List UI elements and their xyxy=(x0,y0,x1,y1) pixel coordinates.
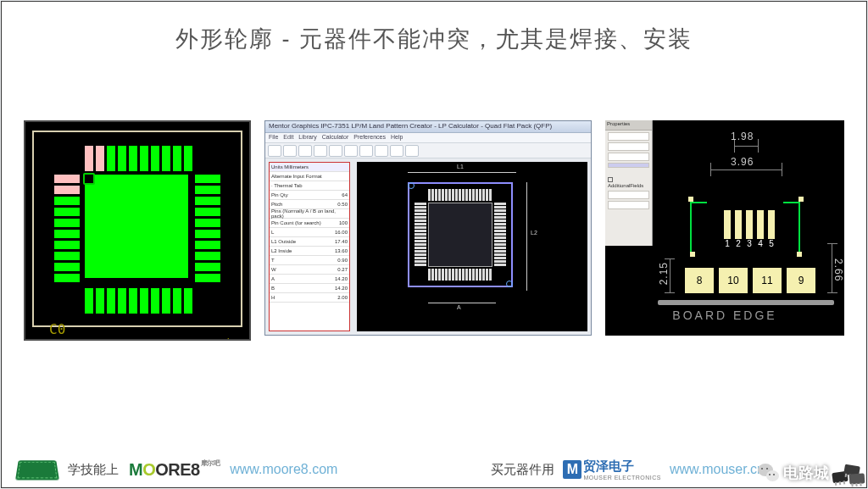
prop-link[interactable] xyxy=(608,163,649,168)
param-row: Pin Count (for search)100 xyxy=(270,219,349,228)
image-row: C0 1 Mentor Graphics IPC-7351 LP/M Land … xyxy=(24,120,844,341)
param-row: A14.20 xyxy=(270,275,349,284)
pins-right xyxy=(195,175,220,282)
toolbar-button[interactable] xyxy=(375,145,388,157)
small-pad xyxy=(690,252,695,257)
menu-item[interactable]: Calculator xyxy=(322,134,349,142)
pad-num: 1 xyxy=(724,239,731,248)
pcb-icon xyxy=(15,460,59,480)
window-toolbar xyxy=(265,143,591,158)
toolbar-button[interactable] xyxy=(359,145,373,157)
menu-item[interactable]: Help xyxy=(391,134,403,142)
window-menubar: File Edit Library Calculator Preferences… xyxy=(265,133,591,143)
small-pad xyxy=(797,252,802,257)
toolbar-button[interactable] xyxy=(390,145,403,157)
toolbar-button[interactable] xyxy=(344,145,358,157)
properties-panel: Properties AdditionalFields xyxy=(605,120,653,246)
slide-footer: 学技能上 MOORE8摩尔吧 www.moore8.com 买元器件用 M 贸泽… xyxy=(2,452,866,487)
parameter-panel: Units Millimeters Alternate Input Format… xyxy=(269,162,350,331)
small-pad xyxy=(798,197,804,202)
mouser-m-icon: M xyxy=(563,460,581,479)
param-units: Units Millimeters xyxy=(270,163,349,172)
pad-small xyxy=(735,210,742,239)
dim-198: 1.98 xyxy=(731,131,754,142)
pad-big: 10 xyxy=(719,268,748,293)
dim-215: 2.15 xyxy=(658,262,670,285)
mouser-logo: M 贸泽电子 MOUSER ELECTRONICS xyxy=(563,458,660,481)
preview-canvas: L1 L2 A xyxy=(357,162,587,331)
dim-a: A xyxy=(457,304,461,310)
footer-left-label: 学技能上 xyxy=(68,462,119,478)
origin-marker xyxy=(408,182,415,189)
dim-l1: L1 xyxy=(457,164,464,169)
param-row: W0.27 xyxy=(270,265,349,275)
pad-small xyxy=(724,210,731,239)
connector-board-edge: Properties AdditionalFields 1.98 3.96 xyxy=(605,120,844,336)
toolbar-button[interactable] xyxy=(298,145,312,157)
moore8-logo: MOORE8摩尔吧 xyxy=(129,460,220,480)
pad-big: 9 xyxy=(787,268,815,293)
ref-c0: C0 xyxy=(49,321,65,337)
footprint-qfp-green: C0 1 xyxy=(24,120,251,341)
qfp-body xyxy=(428,203,492,267)
dim-266: 2.66 xyxy=(832,258,844,281)
pad-num: 3 xyxy=(746,239,753,248)
toolbar-button[interactable] xyxy=(283,145,297,157)
prop-field[interactable] xyxy=(608,153,649,161)
param-row: L1 Outside17.40 xyxy=(270,237,349,247)
prop-field[interactable] xyxy=(608,132,649,141)
pad-num: 2 xyxy=(735,239,742,248)
toolbar-button[interactable] xyxy=(405,145,419,157)
prop-field[interactable] xyxy=(608,191,649,199)
menu-item[interactable]: Edit xyxy=(283,134,293,142)
menu-item[interactable]: File xyxy=(269,134,278,142)
pad-num: 5 xyxy=(768,239,775,248)
param-row: H2.00 xyxy=(270,293,349,303)
menu-item[interactable]: Library xyxy=(298,134,316,142)
board-edge-bar xyxy=(658,300,834,305)
chip-core xyxy=(85,175,188,278)
pad-small xyxy=(746,210,753,239)
window-titlebar: Mentor Graphics IPC-7351 LP/M Land Patte… xyxy=(265,121,591,133)
origin-marker xyxy=(506,281,513,287)
prop-field[interactable] xyxy=(608,142,649,151)
param-row: Pins (Normally A / B on land, pack) xyxy=(270,209,349,219)
trace-left xyxy=(690,202,707,256)
param-row: T0.90 xyxy=(270,256,349,265)
qfp-pins-right xyxy=(494,203,506,266)
pad-big: 8 xyxy=(685,268,714,293)
pin1-marker xyxy=(83,173,95,185)
prop-checkbox[interactable]: AdditionalFields xyxy=(605,176,652,189)
param-row: L16.00 xyxy=(270,228,349,237)
ref-c1: 1 xyxy=(216,337,232,341)
footer-left: 学技能上 MOORE8摩尔吧 www.moore8.com xyxy=(17,458,337,481)
qfp-pins-bottom xyxy=(428,269,492,281)
qfp-pins-top xyxy=(428,189,492,201)
pad-big: 11 xyxy=(753,268,782,293)
board-edge-label: BOARD EDGE xyxy=(605,308,844,322)
slide-title: 外形轮廓 - 元器件不能冲突，尤其是焊接、安装 xyxy=(2,24,866,54)
mouser-url[interactable]: www.mouser.cn xyxy=(670,462,765,477)
dim-396: 3.96 xyxy=(731,156,754,168)
pad-num: 4 xyxy=(757,239,764,248)
param-alt: Alternate Input Format xyxy=(270,172,349,181)
moore8-url[interactable]: www.moore8.com xyxy=(230,462,337,477)
toolbar-button[interactable] xyxy=(329,145,342,157)
properties-title: Properties xyxy=(605,120,652,131)
toolbar-button[interactable] xyxy=(268,145,281,157)
prop-field[interactable] xyxy=(608,201,649,209)
dim-l2: L2 xyxy=(531,230,537,236)
qfp-pins-left xyxy=(415,203,426,266)
menu-item[interactable]: Preferences xyxy=(353,134,386,142)
pins-bottom xyxy=(85,288,192,314)
pad-small xyxy=(768,210,775,239)
toolbar-button[interactable] xyxy=(314,145,327,157)
pins-top xyxy=(85,146,192,171)
small-pad xyxy=(688,197,693,202)
pins-left xyxy=(54,175,80,282)
param-row: B14.20 xyxy=(270,284,349,293)
footer-right: 买元器件用 M 贸泽电子 MOUSER ELECTRONICS www.mous… xyxy=(491,458,765,481)
pad-small xyxy=(757,210,764,239)
trace-right xyxy=(783,202,800,256)
footer-right-label: 买元器件用 xyxy=(491,462,554,478)
